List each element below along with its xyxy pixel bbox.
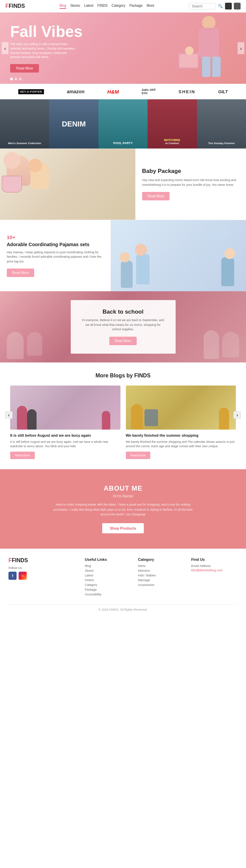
search-input[interactable]	[189, 3, 216, 9]
pajamas-cta[interactable]: Read More	[7, 269, 34, 277]
category-denim[interactable]: DENIM	[49, 99, 98, 149]
category-mens-label: Men's Summer Collection	[8, 142, 41, 145]
back-to-school-title: Back to school	[81, 309, 165, 315]
hero-title: Fall Vibes	[10, 24, 83, 39]
hero-arrow-left[interactable]: ‹	[2, 42, 8, 54]
footer-cat-kids[interactable]: Kids / Babies	[138, 574, 184, 577]
back-to-school-cta[interactable]: Read More	[109, 337, 137, 345]
brand-hm[interactable]: H&M	[107, 89, 119, 95]
baby-package-cta[interactable]: Read More	[142, 192, 170, 200]
pajamas-description: Hey mamas, I keep getting requests to po…	[7, 250, 104, 264]
footer-copyright: © 2023 FINDS. All Rights Reserved.	[98, 608, 148, 611]
hero-dots	[10, 78, 22, 80]
nav-link-more[interactable]: More	[147, 4, 154, 9]
blog-card-2-title: We barely finished the summer shopping	[126, 433, 236, 438]
back-to-school-description: Hi everyone, Believe it or not we are ba…	[81, 318, 165, 332]
blog-card-1-description: It is still before August and we are bus…	[10, 440, 120, 448]
footer-cat-womens[interactable]: Womens	[138, 569, 184, 572]
footer-link-accessibility[interactable]: Accessibility	[85, 593, 131, 596]
footer-link-category[interactable]: Category	[85, 583, 131, 587]
navbar: FFINDS Blog Stores Latest FINDS Category…	[0, 0, 246, 13]
footer-logo: FFINDS	[8, 557, 78, 564]
about-me-description: Here to make shopping easier with the la…	[52, 502, 194, 517]
search-icon[interactable]: 🔍	[218, 4, 223, 8]
hero-arrow-right[interactable]: ›	[238, 42, 244, 54]
blog-card-2-cta[interactable]: Read More	[126, 452, 151, 459]
hero-text: Fall Vibes Fall vibes are setting in wit…	[10, 24, 83, 72]
baby-package-title: Baby Package	[142, 168, 239, 175]
hero-dot-3[interactable]	[19, 78, 22, 80]
footer-find-us-title: Find Us	[191, 557, 238, 561]
pajamas-section: 10+ Adorable Coordinating Pajamas sets H…	[0, 220, 246, 291]
about-me-cta[interactable]: Shop Products	[102, 523, 143, 533]
nav-link-latest[interactable]: Latest	[84, 4, 93, 9]
hero-dot-2[interactable]	[15, 78, 17, 80]
footer-category: Category Mens Womens Kids / Babies Marri…	[138, 557, 184, 597]
hero-image	[141, 13, 236, 84]
nav-logo[interactable]: FFINDS	[5, 3, 25, 9]
category-grid: Men's Summer Collection DENIM POOL PARTY…	[0, 99, 246, 149]
brands-bar: NET-A-PORTER amazon H&M Saks OFF5TH SHEI…	[0, 84, 246, 99]
blog-card-2-image	[126, 386, 236, 430]
footer-link-finds[interactable]: FINDS	[85, 578, 131, 582]
nav-link-blog[interactable]: Blog	[60, 4, 66, 9]
category-matching-label: MATCHINGIn Comfort	[164, 138, 180, 145]
footer-follow-label: Follow Us	[8, 566, 78, 570]
brand-shein[interactable]: SHEIN	[179, 89, 196, 94]
nav-right: 🔍	[189, 3, 241, 9]
category-mens[interactable]: Men's Summer Collection	[0, 99, 49, 149]
category-denim-label: DENIM	[62, 120, 86, 128]
blogs-arrow-left[interactable]: ‹	[5, 411, 13, 419]
blog-card-2: We barely finished the summer shopping W…	[126, 386, 236, 459]
footer-instagram-icon[interactable]: ◎	[19, 572, 27, 580]
about-me-section: ABOUT ME Hi I'm Rachel Here to make shop…	[0, 469, 246, 548]
footer-top: FFINDS Follow Us f ◎ Useful Links Blog S…	[8, 557, 238, 597]
brand-saks[interactable]: Saks OFF5TH	[142, 88, 156, 95]
pajamas-content: 10+ Adorable Coordinating Pajamas sets H…	[0, 220, 111, 291]
baby-package-content: Baby Package Hey new and expecting moms …	[135, 149, 246, 220]
hero-dot-1[interactable]	[10, 78, 13, 80]
back-to-school-card: Back to school Hi everyone, Believe it o…	[71, 300, 176, 354]
footer-cat-accessories[interactable]: Accessories	[138, 583, 184, 587]
hero-description: Fall vibes are setting in with croissant…	[10, 42, 78, 59]
blogs-arrow-right[interactable]: ›	[233, 411, 241, 419]
about-me-hi: Hi I'm Rachel	[10, 494, 236, 498]
blog-card-1-cta[interactable]: Read More	[10, 452, 35, 459]
blog-card-1: It is still before August and we are bus…	[10, 386, 120, 459]
footer-logo-col: FFINDS Follow Us f ◎	[8, 557, 78, 597]
footer-useful-links-title: Useful Links	[85, 557, 131, 561]
footer-email-label: Email Address	[191, 564, 238, 568]
brand-gilt[interactable]: GILT	[218, 89, 228, 94]
footer-facebook-icon[interactable]: f	[8, 572, 17, 580]
about-me-title: ABOUT ME	[10, 485, 236, 492]
category-sunday[interactable]: The Sunday Fashion	[197, 99, 246, 149]
blog-card-2-description: We barely finished the summer shopping a…	[126, 440, 236, 448]
baby-package-description: Hey new and expecting moms Mazel tov!!! …	[142, 178, 239, 187]
category-sunday-label: The Sunday Fashion	[208, 142, 234, 145]
footer-link-stores[interactable]: Stores	[85, 569, 131, 572]
footer-bottom: © 2023 FINDS. All Rights Reserved.	[8, 604, 238, 611]
category-matching[interactable]: MATCHINGIn Comfort	[148, 99, 197, 149]
user-icon[interactable]	[225, 3, 232, 9]
footer-cat-mens[interactable]: Mens	[138, 564, 184, 568]
nav-link-finds[interactable]: FINDS	[97, 4, 108, 9]
footer-link-latest[interactable]: Latest	[85, 574, 131, 577]
pajamas-number: 10+	[7, 234, 104, 240]
hero-section: ‹ Fall Vibes Fall vibes are setting in w…	[0, 13, 246, 84]
pajamas-title: Adorable Coordinating Pajamas sets	[7, 241, 104, 248]
nav-link-package[interactable]: Package	[129, 4, 142, 9]
footer-link-blog[interactable]: Blog	[85, 564, 131, 568]
blog-card-1-image	[10, 386, 120, 430]
baby-package-image	[0, 149, 135, 220]
nav-link-stores[interactable]: Stores	[70, 4, 80, 9]
hero-cta-button[interactable]: Read More	[10, 64, 39, 73]
more-blogs-section: More Blogs by FINDS ‹ It is still before…	[0, 362, 246, 469]
back-to-school-section: Back to school Hi everyone, Believe it o…	[0, 291, 246, 362]
footer-link-package[interactable]: Package	[85, 588, 131, 591]
brand-amazon[interactable]: amazon	[67, 89, 85, 94]
footer-cat-marriage[interactable]: Marriage	[138, 578, 184, 582]
nav-link-category[interactable]: Category	[112, 4, 126, 9]
category-pool[interactable]: POOL PARTY	[98, 99, 148, 149]
brand-net-a-porter[interactable]: NET-A-PORTER	[18, 89, 44, 94]
cart-icon[interactable]	[234, 3, 241, 9]
